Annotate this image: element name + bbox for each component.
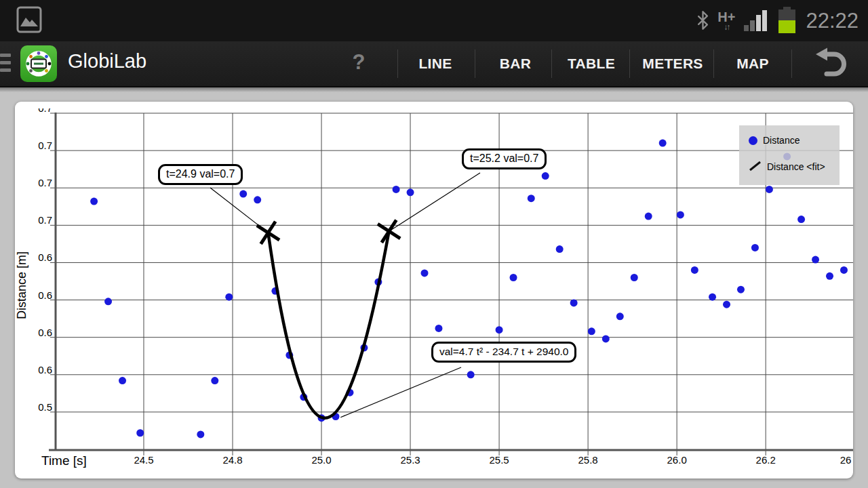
separator <box>551 49 552 78</box>
data-point <box>659 140 667 147</box>
data-point <box>421 269 429 277</box>
content-area: 0.70.70.70.70.60.60.60.60.524.524.825.02… <box>0 87 868 488</box>
data-point <box>136 429 144 436</box>
tab-map[interactable]: MAP <box>720 56 785 72</box>
status-bar: H+ ↓↑ 22:22 <box>0 0 868 41</box>
signal-strength-icon <box>744 7 770 35</box>
back-icon[interactable] <box>812 47 848 83</box>
x-tick-label: 25.8 <box>578 454 598 466</box>
x-tick-label: 25.3 <box>400 454 420 466</box>
y-tick-label: 0.5 <box>38 401 52 413</box>
separator <box>475 49 475 78</box>
data-point <box>542 172 549 180</box>
app-title: GlobiLab <box>68 50 146 73</box>
data-point <box>239 190 247 198</box>
data-point <box>691 266 698 274</box>
y-tick-label: 0.6 <box>38 251 52 263</box>
legend-entry-distance-fit: Distance <fit> <box>749 155 840 178</box>
data-point <box>631 274 638 281</box>
y-tick-label: 0.6 <box>38 289 52 301</box>
data-point <box>556 245 564 253</box>
data-point <box>709 293 716 301</box>
x-tick-label: 26 <box>840 454 852 466</box>
legend-line-marker <box>749 160 762 174</box>
fit-range-annotation-right: t=25.2 val=0.7 <box>462 148 547 169</box>
data-point <box>645 213 652 220</box>
fit-curve <box>268 231 389 418</box>
legend-dot-marker <box>749 136 757 145</box>
data-point <box>407 188 414 196</box>
data-point <box>528 195 535 202</box>
tab-table[interactable]: TABLE <box>556 56 627 72</box>
data-point <box>840 266 848 274</box>
data-point <box>737 286 745 293</box>
data-point <box>119 377 126 384</box>
data-point <box>90 198 98 205</box>
data-point <box>723 301 730 308</box>
data-point <box>197 430 204 438</box>
y-tick-label: 0.7 <box>38 177 52 188</box>
data-point <box>510 274 517 281</box>
separator <box>791 49 792 78</box>
x-tick-label: 26.0 <box>667 454 687 466</box>
globilab-app-icon[interactable] <box>20 45 57 85</box>
x-tick-label: 25.0 <box>311 454 331 466</box>
y-tick-label: 0.7 <box>38 102 52 114</box>
help-button[interactable]: ? <box>342 50 375 75</box>
action-bar: GlobiLab ? LINE BAR TABLE METERS MAP <box>0 41 868 87</box>
x-axis-title: Time [s] <box>41 453 87 468</box>
x-tick-label: 26.2 <box>756 454 776 466</box>
separator <box>629 49 630 78</box>
menu-drawer-icon[interactable] <box>0 49 11 76</box>
y-axis-title: Distance [m] <box>15 238 30 333</box>
x-tick-label: 24.8 <box>222 454 242 466</box>
data-point <box>602 335 610 342</box>
plot-area[interactable]: 0.70.70.70.70.60.60.60.60.524.524.825.02… <box>15 102 853 479</box>
data-point <box>496 326 503 333</box>
y-tick-label: 0.6 <box>38 364 52 375</box>
chart-card: 0.70.70.70.70.60.60.60.60.524.524.825.02… <box>15 102 853 479</box>
tab-bar[interactable]: BAR <box>483 56 548 72</box>
bluetooth-icon <box>697 10 709 33</box>
y-tick-label: 0.6 <box>38 327 52 338</box>
data-point <box>616 312 624 320</box>
data-point <box>211 377 218 384</box>
data-point <box>751 244 759 251</box>
tab-line[interactable]: LINE <box>407 56 464 72</box>
legend-entry-distance: Distance <box>749 129 840 152</box>
data-point <box>104 298 112 305</box>
y-tick-label: 0.7 <box>38 214 52 226</box>
fit-equation-annotation: val=4.7 t² - 234.7 t + 2940.0 <box>431 342 576 363</box>
data-point <box>467 371 475 378</box>
data-point <box>254 196 261 203</box>
battery-icon <box>778 9 795 33</box>
separator <box>713 49 714 78</box>
data-point <box>435 325 442 332</box>
data-point <box>797 216 805 223</box>
separator <box>397 49 398 78</box>
data-point <box>225 293 233 301</box>
data-point <box>766 186 773 193</box>
data-point <box>812 256 819 264</box>
legend: Distance Distance <fit> <box>739 125 840 185</box>
data-point <box>677 211 684 218</box>
data-point <box>588 327 595 335</box>
data-point <box>570 299 578 306</box>
data-point <box>393 186 400 193</box>
tab-meters[interactable]: METERS <box>632 56 713 72</box>
annotation-connector <box>389 173 480 231</box>
network-hplus-icon: H+ ↓↑ <box>717 10 735 31</box>
fit-range-annotation-left: t=24.9 val=0.7 <box>158 164 243 185</box>
screen: H+ ↓↑ 22:22 <box>0 0 868 488</box>
y-tick-label: 0.7 <box>38 140 52 151</box>
x-tick-label: 24.5 <box>134 454 153 466</box>
data-point <box>826 272 833 280</box>
screenshot-icon <box>16 6 42 36</box>
status-clock: 22:22 <box>806 9 859 33</box>
x-tick-label: 25.5 <box>489 454 509 466</box>
